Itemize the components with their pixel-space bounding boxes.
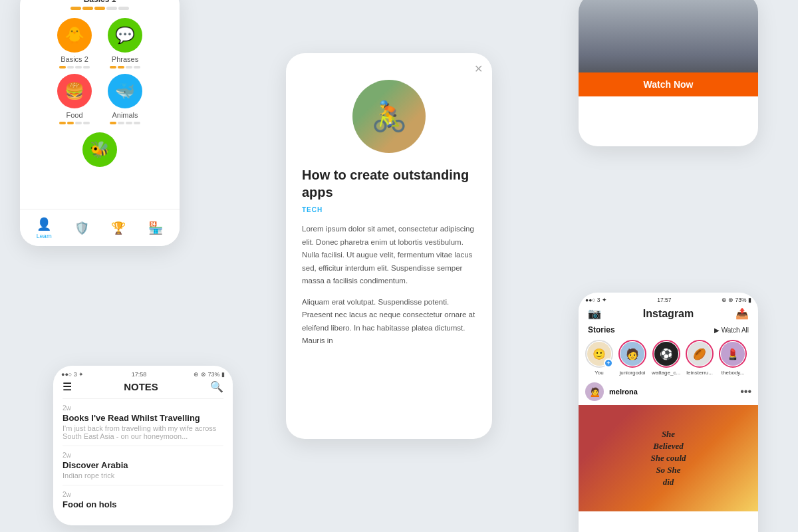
phrases-icon: 💬	[108, 18, 142, 53]
ig-time: 17:57	[657, 297, 671, 303]
notes-item-1[interactable]: 2w Books I've Read Whilst Travelling I'm…	[63, 398, 223, 446]
camera-icon[interactable]: 📷	[588, 307, 601, 320]
basics2-progress	[59, 66, 90, 68]
story-juniorgodoi[interactable]: 🧑 juniorgodoi	[618, 340, 646, 376]
nav-learn[interactable]: 👤 Learn	[37, 217, 52, 239]
notes-item-2[interactable]: 2w Discover Arabia Indian rope trick	[63, 446, 223, 485]
notes-item-1-title: Books I've Read Whilst Travelling	[63, 413, 223, 423]
phrases-label: Phrases	[112, 55, 138, 63]
mystery-item[interactable]: 🐝	[82, 132, 117, 167]
story-label-you: You	[595, 370, 604, 376]
notes-statusbar: ●●○ 3 ✦ 17:58 ⊕ ⊗ 73% ▮	[53, 366, 233, 380]
basics1-label: Basics 1	[84, 0, 116, 4]
heart-icon: 🛡️	[74, 221, 89, 235]
stories-label: Stories	[588, 325, 615, 334]
ig-post-username: melrona	[609, 388, 638, 396]
food-item[interactable]: 🍔 Food	[57, 74, 92, 124]
ig-statusbar: ●●○ 3 ✦ 17:57 ⊕ ⊗ 73% ▮	[579, 293, 758, 305]
ig-stories-label-row: Stories ▶ Watch All	[579, 324, 758, 337]
animals-item[interactable]: 🐳 Animals	[108, 74, 142, 124]
story-wattage[interactable]: ⚽ wattage_c...	[652, 340, 680, 376]
story-ring-1: 🧑	[618, 340, 646, 368]
notes-list: 2w Books I've Read Whilst Travelling I'm…	[53, 398, 233, 516]
notes-item-1-age: 2w	[63, 404, 223, 412]
notes-item-2-preview: Indian rope trick	[63, 471, 223, 479]
article-avatar: 🚴	[352, 80, 426, 153]
story-ring-4: 💄	[719, 340, 747, 368]
basics1-progress	[70, 7, 129, 10]
food-label: Food	[66, 111, 82, 119]
nav-learn-label: Learn	[37, 233, 52, 239]
notes-item-1-preview: I'm just back from travelling with my wi…	[63, 424, 223, 440]
duolingo-card: Basics 1 🐥 Basics 2 💬 Phrases	[20, 0, 180, 246]
duo-navbar: 👤 Learn 🛡️ 🏆 🏪	[20, 209, 180, 246]
hamburger-icon[interactable]: ☰	[63, 380, 72, 393]
nav-shop[interactable]: 🏪	[148, 221, 163, 235]
food-icon: 🍔	[57, 74, 92, 108]
article-title: How to create outstanding apps	[302, 166, 476, 201]
bee-row: 🐝	[82, 132, 117, 167]
ig-post-user: 🙍 melrona	[585, 382, 638, 401]
animals-progress	[110, 122, 140, 124]
ig-logo: Instagram	[643, 308, 694, 320]
add-story-badge: +	[604, 358, 613, 368]
basics2-label: Basics 2	[61, 55, 88, 63]
more-options-icon[interactable]: •••	[740, 386, 751, 398]
notes-item-3-title: Food on hols	[63, 499, 223, 509]
article-avatar-wrap: 🚴	[286, 53, 492, 153]
watch-now-button[interactable]: Watch Now	[579, 72, 758, 96]
article-card: ✕ 🚴 How to create outstanding apps TECH …	[286, 53, 492, 439]
row-basics2-phrases: 🐥 Basics 2 💬 Phrases	[57, 18, 142, 68]
ig-post-header: 🙍 melrona •••	[579, 378, 758, 405]
story-you[interactable]: 🙂 + You	[585, 340, 613, 376]
row-food-animals: 🍔 Food 🐳 Animals	[57, 74, 142, 124]
notes-header: ☰ NOTES 🔍	[53, 380, 233, 398]
send-icon[interactable]: 📤	[735, 307, 749, 320]
video-card: Watch Now	[579, 0, 758, 146]
shop-icon: 🏪	[148, 221, 163, 235]
avatar-image: 🚴	[352, 80, 426, 153]
basics2-item[interactable]: 🐥 Basics 2	[57, 18, 92, 68]
notes-item-3-age: 2w	[63, 491, 223, 498]
food-progress	[59, 122, 90, 124]
ig-post-image: SheBelievedShe couldSo Shedid	[579, 405, 758, 511]
phrases-item[interactable]: 💬 Phrases	[108, 18, 142, 68]
learn-icon: 👤	[37, 217, 51, 231]
story-thebody[interactable]: 💄 thebody...	[719, 340, 747, 376]
story-avatar-1: 🧑	[620, 342, 644, 366]
notes-card: ●●○ 3 ✦ 17:58 ⊕ ⊗ 73% ▮ ☰ NOTES 🔍 2w Boo…	[53, 366, 233, 525]
article-para2: Aliquam erat volutpat. Suspendisse poten…	[302, 296, 476, 348]
article-para1: Lorem ipsum dolor sit amet, consectetur …	[302, 223, 476, 288]
story-ring-2: ⚽	[652, 340, 680, 368]
notes-item-2-age: 2w	[63, 452, 223, 459]
story-avatar-4: 💄	[721, 342, 745, 366]
basics2-icon: 🐥	[57, 18, 92, 53]
notes-item-3[interactable]: 2w Food on hols	[63, 485, 223, 516]
story-ring-3: 🏉	[686, 340, 714, 368]
shield-icon: 🏆	[111, 221, 126, 235]
story-label-4: thebody...	[722, 370, 745, 376]
animals-label: Animals	[112, 111, 138, 119]
statusbar-time: 17:58	[132, 371, 147, 378]
ig-stories-bar: 🙂 + You 🧑 juniorgodoi ⚽ wattage_c... 🏉 l…	[579, 337, 758, 378]
story-label-2: wattage_c...	[652, 370, 680, 376]
story-avatar-3: 🏉	[688, 342, 712, 366]
ig-post-avatar: 🙍	[585, 382, 604, 401]
story-avatar-2: ⚽	[654, 342, 678, 366]
ig-battery: ⊕ ⊗ 73% ▮	[722, 297, 751, 303]
ig-header: 📷 Instagram 📤	[579, 305, 758, 324]
nav-heart[interactable]: 🛡️	[74, 221, 89, 235]
story-label-1: juniorgodoi	[619, 370, 645, 376]
close-button[interactable]: ✕	[474, 63, 483, 75]
nav-shield[interactable]: 🏆	[111, 221, 126, 235]
article-tag: TECH	[302, 206, 476, 213]
watch-all-button[interactable]: ▶ Watch All	[714, 327, 749, 334]
article-body: How to create outstanding apps TECH Lore…	[286, 166, 492, 372]
statusbar-signal: ●●○ 3 ✦	[61, 371, 84, 378]
story-leinster[interactable]: 🏉 leinsterru...	[686, 340, 714, 376]
mug-text: SheBelievedShe couldSo Shedid	[650, 428, 686, 489]
ig-signal: ●●○ 3 ✦	[585, 297, 607, 303]
search-icon[interactable]: 🔍	[210, 380, 223, 393]
video-thumbnail: Watch Now	[579, 0, 758, 96]
animals-icon: 🐳	[108, 74, 142, 108]
